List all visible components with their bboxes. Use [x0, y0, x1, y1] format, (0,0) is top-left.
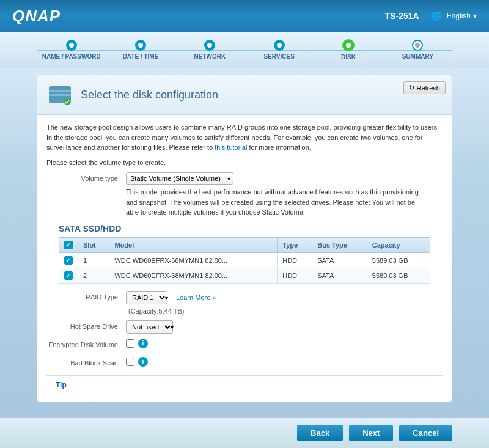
step-label-disk: DISK: [341, 54, 356, 61]
tutorial-link[interactable]: this tutorial: [215, 144, 247, 151]
disk-table: Slot Model Type Bus Type Capacity 1 WDC …: [59, 237, 430, 284]
hot-spare-label: Hot Spare Drive:: [46, 320, 126, 330]
back-button[interactable]: Back: [297, 425, 343, 441]
col-header-bus-type: Bus Type: [312, 237, 367, 252]
bottom-bar: Back Next Cancel: [0, 417, 489, 448]
header: QNAP TS-251A 🌐 English ▾: [0, 0, 489, 32]
col-header-slot: Slot: [78, 237, 109, 252]
panel-header: Select the disk configuration ↻ Refresh: [37, 75, 452, 115]
svg-rect-2: [49, 94, 71, 96]
raid-type-label: RAID Type:: [46, 291, 126, 301]
bad-block-label: Bad Block Scan:: [46, 357, 126, 367]
qnap-logo: QNAP: [12, 7, 61, 26]
step-summary: SUMMARY: [383, 40, 452, 60]
disk-icon: [46, 81, 73, 108]
raid-type-control: RAID 0 RAID 1 RAID 5 RAID 6 Learn More »…: [126, 291, 443, 315]
row1-bus-type: SATA: [312, 252, 367, 268]
encrypted-disk-row: Encrypted Disk Volume: i: [46, 339, 443, 352]
step-network: NETWORK: [175, 40, 244, 60]
step-circle-name-password: [66, 40, 77, 51]
row2-type: HDD: [278, 268, 312, 283]
row2-capacity: 5589.03 GB: [367, 268, 430, 283]
row2-checkbox[interactable]: [64, 271, 73, 280]
bad-block-option: i: [126, 357, 443, 367]
hot-spare-row: Hot Spare Drive: Not used: [46, 320, 443, 334]
volume-type-label: Volume type:: [46, 172, 126, 182]
row2-slot: 2: [78, 268, 109, 283]
step-circle-summary: [412, 40, 423, 51]
learn-more-link[interactable]: Learn More »: [176, 294, 216, 301]
bad-block-control: i: [126, 357, 443, 370]
wizard-steps: NAME / PASSWORD DATE / TIME NETWORK SERV…: [0, 32, 489, 68]
step-label-name-password: NAME / PASSWORD: [42, 53, 101, 60]
encrypted-disk-info-icon[interactable]: i: [138, 339, 148, 348]
encrypted-disk-checkbox[interactable]: [126, 339, 134, 348]
step-label-network: NETWORK: [194, 53, 226, 60]
raid-type-select[interactable]: RAID 0 RAID 1 RAID 5 RAID 6: [126, 291, 167, 304]
step-circle-disk: [342, 39, 355, 51]
content-panel: Select the disk configuration ↻ Refresh …: [37, 75, 452, 402]
step-disk: DISK: [314, 39, 383, 61]
row1-slot: 1: [78, 252, 109, 268]
row2-checkbox-cell: [59, 268, 78, 283]
encrypted-disk-label: Encrypted Disk Volume:: [46, 339, 126, 348]
row1-capacity: 5589.03 GB: [367, 252, 430, 268]
bad-block-row: Bad Block Scan: i: [46, 357, 443, 370]
step-circle-services: [274, 40, 285, 51]
hot-spare-select-wrapper: Not used: [126, 320, 177, 334]
chevron-down-icon: ▾: [473, 12, 477, 20]
table-row: 1 WDC WD60EFRX-68MYMN1 82.00... HDD SATA…: [59, 252, 430, 268]
col-header-type: Type: [278, 237, 312, 252]
step-circle-network: [204, 40, 215, 51]
cancel-button[interactable]: Cancel: [399, 425, 452, 441]
raid-row: RAID 0 RAID 1 RAID 5 RAID 6 Learn More »: [126, 291, 443, 304]
disk-table-header: Slot Model Type Bus Type Capacity: [59, 237, 430, 252]
header-right: TS-251A 🌐 English ▾: [385, 11, 477, 21]
table-row: 2 WDC WD60EFRX-68MYMN1 82.00... HDD SATA…: [59, 268, 430, 283]
refresh-label: Refresh: [416, 84, 440, 92]
hot-spare-select[interactable]: Not used: [126, 320, 173, 334]
refresh-icon: ↻: [409, 84, 414, 92]
raid-select-wrapper: RAID 0 RAID 1 RAID 5 RAID 6: [126, 291, 171, 304]
col-header-capacity: Capacity: [367, 237, 430, 252]
row1-checkbox[interactable]: [64, 256, 73, 265]
description-text-2: for more information.: [249, 144, 311, 151]
globe-icon: 🌐: [432, 11, 442, 21]
language-selector[interactable]: English ▾: [447, 12, 477, 20]
tip-section: Tip: [46, 375, 443, 394]
row1-checkbox-cell: [59, 252, 78, 268]
row2-bus-type: SATA: [312, 268, 367, 283]
row1-model: WDC WD60EFRX-68MYMN1 82.00...: [109, 252, 278, 268]
disk-table-body: 1 WDC WD60EFRX-68MYMN1 82.00... HDD SATA…: [59, 252, 430, 283]
volume-type-control: Static Volume (Single Volume) Storage Po…: [126, 172, 443, 218]
step-label-summary: SUMMARY: [402, 53, 433, 60]
bad-block-checkbox[interactable]: [126, 358, 134, 366]
raid-type-row: RAID Type: RAID 0 RAID 1 RAID 5 RAID 6 L…: [46, 291, 443, 315]
step-label-date-time: DATE / TIME: [123, 53, 159, 60]
bad-block-info-icon[interactable]: i: [138, 357, 148, 367]
step-circle-date-time: [135, 40, 146, 51]
instruction-text: Please select the volume type to create.: [46, 158, 443, 168]
disk-table-header-row: Slot Model Type Bus Type Capacity: [59, 237, 430, 252]
sata-header: SATA SSD/HDD: [46, 224, 443, 233]
volume-type-select-wrapper: Static Volume (Single Volume) Storage Po…: [126, 172, 233, 185]
encrypted-disk-option: i: [126, 339, 443, 348]
step-label-services: SERVICES: [263, 53, 294, 60]
volume-description: This model provides the best performance…: [126, 187, 419, 218]
col-header-model: Model: [109, 237, 278, 252]
svg-rect-1: [49, 90, 71, 92]
volume-type-select[interactable]: Static Volume (Single Volume) Storage Po…: [126, 172, 233, 185]
next-button[interactable]: Next: [349, 425, 393, 441]
header-checkbox[interactable]: [64, 241, 73, 249]
refresh-button[interactable]: ↻ Refresh: [403, 81, 446, 94]
tip-label[interactable]: Tip: [56, 381, 67, 389]
capacity-text: (Capacity:5.44 TB): [126, 307, 185, 315]
language-label: English: [447, 12, 471, 20]
row1-type: HDD: [278, 252, 312, 268]
steps-container: NAME / PASSWORD DATE / TIME NETWORK SERV…: [37, 39, 452, 61]
description-paragraph: The new storage pool design allows users…: [46, 122, 443, 153]
row2-model: WDC WD60EFRX-68MYMN1 82.00...: [109, 268, 278, 283]
step-name-password: NAME / PASSWORD: [37, 40, 106, 60]
panel-title: Select the disk configuration: [81, 89, 218, 101]
encrypted-disk-control: i: [126, 339, 443, 352]
